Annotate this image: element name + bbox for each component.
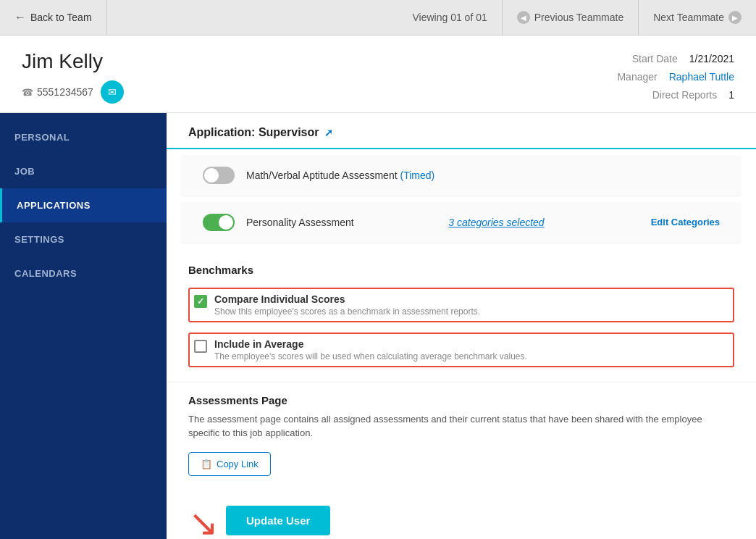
next-teammate-label: Next Teammate: [653, 12, 724, 23]
sidebar-item-personal[interactable]: PERSONAL: [0, 120, 167, 154]
viewing-label: Viewing 01 of 01: [398, 0, 502, 35]
start-date-label: Start Date: [632, 50, 678, 68]
math-timed-label: (Timed): [400, 170, 434, 181]
personality-toggle[interactable]: [203, 214, 235, 231]
profile-left: Jim Kelly ☎ 5551234567 ✉: [22, 50, 124, 104]
benchmarks-section: Benchmarks Compare Individual Scores Sho…: [167, 249, 756, 382]
section-header: Application: Supervisor ➚: [167, 113, 756, 149]
include-average-text: Include in Average The employee's scores…: [214, 338, 527, 362]
assessments-page-section: Assessments Page The assessment page con…: [167, 382, 756, 505]
external-link-icon: ➚: [324, 127, 333, 138]
sidebar-item-settings[interactable]: SETTINGS: [0, 222, 167, 256]
include-average-label: Include in Average: [214, 338, 527, 350]
next-teammate-button[interactable]: Next Teammate ▶: [639, 0, 756, 35]
sidebar: PERSONAL JOB APPLICATIONS SETTINGS CALEN…: [0, 113, 167, 539]
profile-header: Jim Kelly ☎ 5551234567 ✉ Start Date 1/21…: [0, 35, 756, 113]
assessment-row-personality: Personality Assessment 3 categories sele…: [181, 202, 742, 243]
phone-wrapper: ☎ 5551234567: [22, 86, 93, 98]
top-bar: ← Back to Team Viewing 01 of 01 ◀ Previo…: [0, 0, 756, 35]
personality-categories[interactable]: 3 categories selected: [448, 217, 639, 228]
sidebar-job-label: JOB: [14, 166, 35, 177]
math-assessment-label: Math/Verbal Aptitude Assessment (Timed): [246, 170, 720, 181]
profile-name: Jim Kelly: [22, 50, 124, 73]
math-toggle-knob: [204, 168, 219, 183]
benchmark-row-compare: Compare Individual Scores Show this empl…: [188, 288, 734, 322]
content-area: Application: Supervisor ➚ Math/Verbal Ap…: [167, 113, 756, 539]
benchmark-row-include: Include in Average The employee's scores…: [188, 333, 734, 367]
start-date-row: Start Date 1/21/2021: [617, 50, 734, 68]
email-icon: ✉: [108, 86, 117, 98]
section-title: Application: Supervisor: [188, 126, 319, 139]
previous-teammate-label: Previous Teammate: [534, 12, 623, 23]
back-arrow-icon: ←: [14, 11, 26, 24]
sidebar-calendars-label: CALENDARS: [14, 268, 77, 279]
direct-reports-row: Direct Reports 1: [617, 86, 734, 104]
compare-individual-label: Compare Individual Scores: [214, 293, 480, 305]
copy-link-label: Copy Link: [217, 459, 259, 469]
phone-icon: ☎: [22, 87, 33, 98]
back-to-team-label: Back to Team: [30, 12, 92, 23]
personality-toggle-knob: [219, 215, 233, 230]
edit-categories-button[interactable]: Edit Categories: [651, 217, 720, 227]
sidebar-settings-label: SETTINGS: [14, 234, 64, 245]
compare-individual-desc: Show this employee's scores as a benchma…: [214, 306, 480, 317]
copy-link-icon: 📋: [201, 459, 212, 469]
sidebar-item-applications[interactable]: APPLICATIONS: [0, 188, 167, 222]
assessments-page-title: Assessments Page: [188, 394, 734, 406]
manager-row: Manager Raphael Tuttle: [617, 68, 734, 86]
prev-circle-icon: ◀: [517, 11, 530, 24]
previous-teammate-button[interactable]: ◀ Previous Teammate: [503, 0, 639, 35]
assessment-row-math: Math/Verbal Aptitude Assessment (Timed): [181, 155, 742, 196]
copy-link-button[interactable]: 📋 Copy Link: [188, 452, 271, 476]
compare-individual-checkbox[interactable]: [194, 295, 207, 308]
direct-reports-label: Direct Reports: [652, 86, 717, 104]
sidebar-item-job[interactable]: JOB: [0, 154, 167, 188]
main-layout: PERSONAL JOB APPLICATIONS SETTINGS CALEN…: [0, 113, 756, 539]
back-to-team-button[interactable]: ← Back to Team: [0, 0, 107, 35]
personality-assessment-label: Personality Assessment: [246, 217, 437, 228]
profile-right: Start Date 1/21/2021 Manager Raphael Tut…: [617, 50, 734, 105]
nav-spacer: [107, 0, 398, 35]
next-circle-icon: ▶: [728, 11, 742, 24]
sidebar-applications-label: APPLICATIONS: [17, 200, 91, 211]
profile-contact: ☎ 5551234567 ✉: [22, 80, 124, 104]
update-user-button[interactable]: Update User: [226, 506, 330, 535]
update-section: ↘ Update User: [167, 505, 756, 539]
direct-reports-value: 1: [728, 86, 734, 104]
email-button[interactable]: ✉: [101, 80, 124, 104]
update-wrapper: ↘ Update User: [188, 505, 330, 535]
math-toggle[interactable]: [203, 167, 235, 184]
benchmarks-title: Benchmarks: [188, 264, 734, 276]
include-average-desc: The employee's scores will be used when …: [214, 351, 527, 362]
manager-value: Raphael Tuttle: [669, 68, 734, 86]
sidebar-item-calendars[interactable]: CALENDARS: [0, 256, 167, 291]
start-date-value: 1/21/2021: [689, 50, 734, 68]
assessments-page-desc: The assessment page contains all assigne…: [188, 412, 734, 440]
sidebar-personal-label: PERSONAL: [14, 132, 70, 143]
manager-label: Manager: [617, 68, 657, 86]
phone-number: 5551234567: [37, 86, 93, 98]
red-arrow-icon: ↘: [188, 505, 219, 539]
include-average-checkbox[interactable]: [194, 340, 207, 353]
compare-individual-text: Compare Individual Scores Show this empl…: [214, 293, 480, 317]
